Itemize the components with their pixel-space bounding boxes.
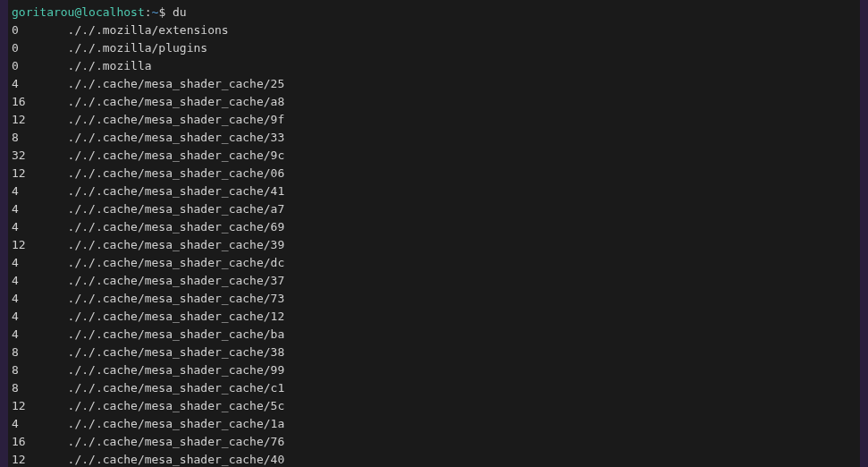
prompt-line: goritarou@localhost:~$ du	[12, 4, 856, 21]
output-line: 16 ././.cache/mesa_shader_cache/a8	[12, 93, 856, 111]
output-line: 12 ././.cache/mesa_shader_cache/9f	[12, 111, 856, 129]
output-line: 0 ././.mozilla/plugins	[12, 39, 856, 57]
output-line: 16 ././.cache/mesa_shader_cache/76	[12, 433, 856, 451]
command-text: du	[173, 5, 187, 19]
output-line: 4 ././.cache/mesa_shader_cache/41	[12, 183, 856, 200]
output-line: 4 ././.cache/mesa_shader_cache/12	[12, 308, 856, 326]
output-line: 8 ././.cache/mesa_shader_cache/38	[12, 344, 856, 361]
output-line: 8 ././.cache/mesa_shader_cache/33	[12, 129, 856, 147]
prompt-colon: :	[145, 5, 152, 19]
output-line: 4 ././.cache/mesa_shader_cache/1a	[12, 415, 856, 433]
terminal-window[interactable]: goritarou@localhost:~$ du 0 ././.mozilla…	[8, 0, 860, 467]
output-line: 12 ././.cache/mesa_shader_cache/39	[12, 236, 856, 254]
output-line: 4 ././.cache/mesa_shader_cache/69	[12, 218, 856, 236]
output-line: 4 ././.cache/mesa_shader_cache/dc	[12, 254, 856, 272]
prompt-user-host: goritarou@localhost	[12, 5, 145, 19]
output-line: 12 ././.cache/mesa_shader_cache/06	[12, 165, 856, 183]
command-output: 0 ././.mozilla/extensions0 ././.mozilla/…	[12, 21, 856, 467]
output-line: 8 ././.cache/mesa_shader_cache/c1	[12, 379, 856, 397]
output-line: 12 ././.cache/mesa_shader_cache/5c	[12, 397, 856, 415]
output-line: 4 ././.cache/mesa_shader_cache/73	[12, 290, 856, 308]
output-line: 4 ././.cache/mesa_shader_cache/37	[12, 272, 856, 290]
prompt-dollar: $	[158, 5, 173, 19]
output-line: 4 ././.cache/mesa_shader_cache/a7	[12, 200, 856, 218]
output-line: 32 ././.cache/mesa_shader_cache/9c	[12, 147, 856, 165]
output-line: 0 ././.mozilla/extensions	[12, 21, 856, 39]
output-line: 0 ././.mozilla	[12, 57, 856, 75]
output-line: 12 ././.cache/mesa_shader_cache/40	[12, 451, 856, 467]
output-line: 8 ././.cache/mesa_shader_cache/99	[12, 361, 856, 379]
output-line: 4 ././.cache/mesa_shader_cache/25	[12, 75, 856, 93]
output-line: 4 ././.cache/mesa_shader_cache/ba	[12, 326, 856, 344]
